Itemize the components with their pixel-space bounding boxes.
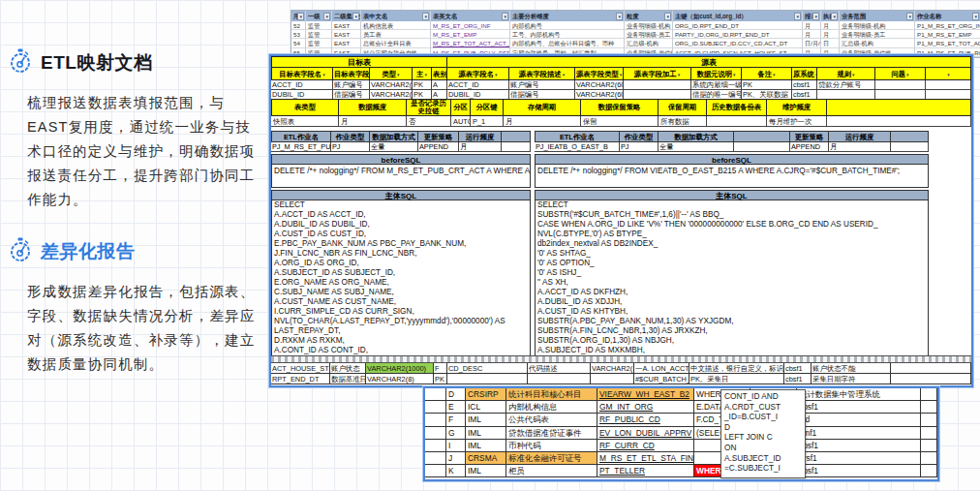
table-cell: PK bbox=[413, 80, 432, 90]
table-cell: 类型 bbox=[370, 67, 413, 80]
table-cell: A.DUBIL_ID AS XDJJH, bbox=[536, 297, 928, 307]
table-cell: 更新策略 bbox=[790, 131, 829, 142]
table-cell: 账户编号 bbox=[509, 80, 575, 90]
table-cell: VARCHAR2(8) bbox=[366, 374, 434, 384]
table-cell bbox=[624, 90, 691, 99]
table-cell: AUTO bbox=[451, 116, 471, 127]
table-cell: I.CURR_SIMPLE_CD AS CURR_SIGN, bbox=[272, 307, 530, 317]
table-cell: 统计数据集中管理系统 bbox=[797, 388, 921, 401]
table-link-cell[interactable]: M_RS_ET_TOT_ACT_ACT_SBJ bbox=[431, 39, 510, 47]
table-cell bbox=[425, 388, 446, 401]
table-attr-row: 快照表月否AUTOP_1月保留所有数据每月维护一次 bbox=[271, 116, 971, 127]
table-cell: cbsf1 bbox=[797, 401, 921, 414]
table-cell: 规则 bbox=[817, 67, 875, 80]
table-link-cell[interactable]: VIEARW_WH_EAST_B2 bbox=[597, 388, 694, 401]
table-cell: IML bbox=[466, 465, 506, 477]
table-cell: '' AS XH, bbox=[536, 278, 928, 288]
table-link-cell[interactable]: M_RS_ET_ORG_INF bbox=[431, 21, 510, 30]
table-cell: 分区键 bbox=[471, 99, 504, 116]
section-body: 形成数据差异化报告，包括源表、字段、数据缺失情况分析，差异应对（源系统改造、补录… bbox=[27, 280, 261, 377]
table-cell: 目标表字段描述 bbox=[333, 67, 370, 80]
table-cell bbox=[921, 452, 937, 465]
table-link-cell[interactable]: RF_PUBLIC_CD bbox=[597, 414, 694, 426]
table-cell bbox=[425, 465, 446, 477]
table-cell: PK、关联数据 bbox=[742, 90, 792, 99]
table-cell: 目标表字段名 bbox=[271, 67, 333, 80]
table-link-cell[interactable]: RF_CURR_CD bbox=[597, 440, 694, 452]
table-cell: A.SUBJECT_ID AS MXKMBH, bbox=[536, 346, 928, 355]
table-cell: 日 bbox=[821, 39, 840, 47]
table-cell: 二级集市分类 bbox=[332, 11, 361, 21]
table-cell: 月 bbox=[803, 30, 821, 39]
table-cell: 源表字段描述 bbox=[509, 67, 575, 80]
table-cell: A.ACCT_ID AS DKFHZH, bbox=[536, 288, 928, 297]
table-cell: IML bbox=[466, 427, 506, 440]
table-cell: ETL作业名 bbox=[271, 131, 331, 142]
table-cell: G bbox=[446, 427, 466, 440]
table-cell: E bbox=[446, 401, 466, 414]
table-cell: E.PBC_PAY_BANK_NUM AS PBC_PAY_BANK_NUM, bbox=[272, 239, 530, 249]
table-cell: SUBSTR(A.PBC_PAY_BANK_NUM,1,30) AS YXJGD… bbox=[536, 317, 928, 326]
table-cell: 标准化金融许可证号 bbox=[506, 452, 597, 465]
table-cell: CRSMA bbox=[466, 452, 506, 465]
table-link-cell[interactable]: PT_TELLER bbox=[597, 465, 694, 477]
table-cell: APPEND bbox=[790, 142, 829, 152]
table-cell bbox=[891, 363, 971, 374]
table-cell: A.CUST_ID AS CUST_ID, bbox=[272, 230, 530, 239]
table-cell: DUBIL_ID bbox=[271, 90, 333, 99]
table-cell: 监管 bbox=[306, 39, 332, 47]
table-cell: 借据编号 bbox=[509, 90, 575, 99]
table-cell: 所有数据 bbox=[658, 116, 707, 127]
table-cell: std bbox=[797, 414, 921, 426]
table-cell: PARTY_ID,ORG_ID,RPT_END_DT bbox=[673, 30, 803, 39]
table-cell: J.FIN_LCNC_NBR AS FIN_LCNC_NBR, bbox=[272, 249, 530, 259]
table-cell: hrsf1 bbox=[797, 452, 921, 465]
table-cell: 历史数据备份表 bbox=[707, 99, 767, 116]
table-link-cell[interactable]: M_RS_ET_EMP bbox=[431, 30, 510, 39]
table-cell: VARCHAR2(1( bbox=[591, 363, 634, 374]
table-cell: 保留 bbox=[581, 116, 658, 127]
table-cell: '0' AS OPTION_ bbox=[536, 259, 928, 268]
group-target-table: 目标表 bbox=[271, 56, 447, 67]
table-cell bbox=[502, 142, 531, 152]
table-cell: PK。采集日 bbox=[689, 374, 784, 384]
feature-section-diff-report: 差异化报告 形成数据差异化报告，包括源表、字段、数据缺失情况分析，差异应对（源系… bbox=[8, 237, 261, 377]
table-cell bbox=[528, 374, 591, 384]
table-cell: SUBSTR(A.FIN_LCNC_NBR,1,30) AS JRXKZH, bbox=[536, 326, 928, 336]
table-cell: P_1 bbox=[471, 116, 504, 127]
table-cell: 是否记录历史拉链 bbox=[407, 99, 451, 116]
table-cell: 源表字段名 bbox=[447, 67, 509, 80]
table-cell: A.ACCT_ID AS ACCT_ID, bbox=[272, 210, 530, 220]
table-cell bbox=[624, 80, 691, 90]
table-cell bbox=[425, 414, 446, 426]
table-cell bbox=[926, 67, 971, 80]
table-cell: 维护频度 bbox=[767, 99, 827, 116]
section-title: 差异化报告 bbox=[41, 239, 136, 264]
table-cell: EAST bbox=[332, 39, 361, 47]
before-sql-contents: DELETE /*+ nologging*/ FROM M_RS_ET_PUB_… bbox=[271, 165, 971, 188]
before-sql-left: DELETE /*+ nologging*/ FROM M_RS_ET_PUB_… bbox=[271, 165, 531, 188]
table-link-cell[interactable]: GM_INT_ORG bbox=[597, 401, 694, 414]
table-cell: 内部机构号 bbox=[510, 21, 625, 30]
table-link-cell[interactable]: EV_LON_DUBIL_APPRV bbox=[597, 427, 694, 440]
table-link-cell[interactable]: M_RS_ET_ETL_STA_FIN_LIC bbox=[597, 452, 694, 465]
table-cell bbox=[921, 440, 937, 452]
table-cell: RPT_END_DT bbox=[271, 374, 330, 384]
table-cell: J bbox=[446, 452, 466, 465]
table-cell: A.SUBJECT_ID AS SUBJECT_ID, bbox=[272, 268, 530, 278]
main-sql-band-left: 主体SQL bbox=[271, 190, 531, 200]
table-cell: 公共代码表 bbox=[506, 414, 597, 426]
table-cell: SELECT bbox=[536, 200, 928, 210]
table-cell: 机构信息表 bbox=[361, 21, 431, 30]
table-cell bbox=[827, 99, 971, 116]
main-sql-band-right: 主体SQL bbox=[535, 190, 929, 200]
table-cell: 统计科目和核心科目 bbox=[506, 388, 597, 401]
table-cell: CRSIRP bbox=[466, 388, 506, 401]
etl-right-row: PJ_IEATB_O_EAST_BPJ全量APPEND月 bbox=[535, 142, 929, 152]
mapping-overlap-rows: ACT_HOUSE_STS账户状态VARCHAR2(1000)FCD_DESC代… bbox=[271, 363, 971, 384]
table-cell: 业务明细级-机构 bbox=[840, 21, 915, 30]
table-cell: 月 bbox=[504, 116, 581, 127]
table-cell bbox=[921, 414, 937, 426]
table-cell bbox=[707, 116, 767, 127]
table-cell: '0' AS ISHJ_ bbox=[536, 268, 928, 278]
